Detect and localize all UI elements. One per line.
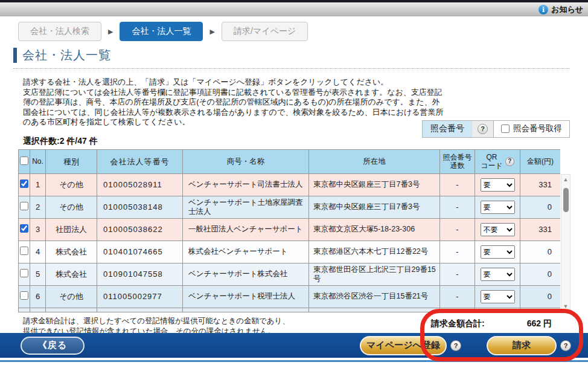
row-company-name: ベンチャーサポート税理士法人 [183, 285, 309, 308]
row-amount: 0 [520, 285, 561, 308]
row-address: 東京都世田谷区上北沢三丁目29番15号 [309, 263, 440, 285]
row-copies: - [440, 285, 475, 308]
row-company-name: ベンチャーサポート株式会社 [183, 263, 309, 285]
header-name: 商号・名称 [183, 149, 309, 173]
header-address: 所在地 [309, 149, 440, 173]
qr-code-select[interactable]: 要不要 [481, 223, 515, 236]
help-icon[interactable]: ? [560, 340, 571, 351]
top-strip: i お知らせ [0, 0, 588, 16]
help-icon[interactable]: ? [478, 124, 488, 134]
row-copies: - [440, 263, 475, 285]
row-no: 3 [30, 218, 46, 241]
inquiry-number-label: 照会番号 [423, 121, 472, 137]
row-type: 株式会社 [46, 241, 97, 263]
row-type: その他 [46, 173, 97, 196]
row-copies: - [440, 173, 475, 196]
row-address [309, 308, 440, 312]
title-accent-bar [13, 48, 17, 63]
chevron-right-icon: ▶ [209, 28, 214, 36]
register-mypage-button[interactable]: マイページへ登録 [360, 336, 447, 355]
inquiry-checkbox-label: 照会番号取得 [513, 123, 562, 134]
help-icon[interactable]: ? [505, 157, 514, 166]
breadcrumb-step-billing[interactable]: 請求/マイページ [222, 22, 308, 41]
header-no: No. [30, 149, 46, 173]
row-no: 4 [30, 241, 46, 263]
row-copies: - [440, 241, 475, 263]
footer-actions: マイページへ登録 ? 請求 ? [360, 333, 571, 358]
help-icon[interactable]: ? [450, 340, 461, 351]
row-company-name: ベンチャーサポート土地家屋調査士法人 [183, 196, 309, 218]
row-address: 東京都渋谷区渋谷一丁目15番21号 [309, 285, 440, 308]
scroll-up-icon[interactable]: ▲ [561, 175, 570, 184]
row-copies [440, 308, 475, 312]
notice-label: お知らせ [551, 4, 583, 15]
inquiry-help-wrap: ? [472, 121, 494, 137]
info-icon: i [538, 5, 548, 15]
row-amount [520, 308, 561, 312]
row-company-name: 一般社団法人ベンチャーサポート [183, 218, 309, 241]
company-table: No. 種別 会社法人等番号 商号・名称 所在地 照会番号 通数 QR コード [18, 149, 560, 312]
notice-link[interactable]: i お知らせ [538, 4, 583, 15]
inquiry-number-checkbox[interactable] [501, 124, 510, 133]
instructions-para1: 請求する会社・法人を選択の上、「請求」又は「マイページへ登録」ボタンをクリックし… [23, 77, 446, 88]
row-corporate-number [97, 308, 183, 312]
inquiry-number-group: 照会番号 ? 照会番号取得 [422, 120, 570, 138]
billing-total: 請求金額合計: 662 円 [431, 318, 552, 329]
breadcrumb-step-list[interactable]: 会社・法人一覧 [120, 22, 203, 41]
row-type: 株式会社 [46, 263, 97, 285]
selected-count: 選択件数:2 件/47 件 [23, 136, 98, 147]
table-header-row: No. 種別 会社法人等番号 商号・名称 所在地 照会番号 通数 QR コード [19, 149, 561, 173]
table-row: 4 株式会社 010401074665 株式会社ベンチャーサポート 東京都港区六… [19, 241, 561, 263]
qr-code-select[interactable]: 要不要 [481, 245, 515, 259]
row-address: 東京都中央区銀座三丁目7番3号 [309, 173, 440, 196]
row-type: その他 [46, 196, 97, 218]
qr-code-select[interactable]: 要不要 [481, 178, 515, 192]
row-no: 6 [30, 285, 46, 308]
row-no [30, 308, 46, 312]
table-row [19, 308, 561, 312]
chevron-right-icon: ▶ [108, 28, 113, 36]
title-row: 会社・法人一覧 [13, 47, 570, 69]
company-table-wrap: No. 種別 会社法人等番号 商号・名称 所在地 照会番号 通数 QR コード [18, 149, 570, 312]
row-type: 社団法人 [46, 218, 97, 241]
row-checkbox[interactable] [20, 179, 28, 188]
qr-code-select[interactable]: 要不要 [481, 290, 515, 303]
row-checkbox[interactable] [20, 224, 28, 233]
page-title: 会社・法人一覧 [22, 47, 111, 63]
breadcrumb-step-search[interactable]: 会社・法人検索 [18, 22, 101, 41]
select-all-checkbox[interactable] [20, 157, 28, 165]
scroll-down-icon[interactable]: ▼ [561, 302, 570, 311]
row-copies: - [440, 196, 475, 218]
row-corporate-number: 011005002977 [97, 285, 183, 308]
control-row: 選択件数:2 件/47 件 照会番号 ? 照会番号取得 [23, 129, 570, 148]
qr-code-select[interactable]: 要不要 [481, 268, 515, 281]
row-corporate-number: 010401074665 [97, 241, 183, 263]
row-amount: 0 [520, 196, 561, 218]
row-no: 5 [30, 263, 46, 285]
qr-code-select[interactable]: 要不要 [481, 201, 515, 214]
row-no: 1 [30, 173, 46, 196]
footer-bar: 《戻る マイページへ登録 ? 請求 ? [0, 333, 588, 358]
header-number: 会社法人等番号 [97, 149, 183, 173]
row-corporate-number: 010005028911 [97, 173, 183, 196]
row-company-name: ベンチャーサポート司法書士法人 [183, 173, 309, 196]
invoice-button[interactable]: 請求 [487, 336, 557, 355]
row-checkbox[interactable] [20, 202, 28, 210]
back-button[interactable]: 《戻る [21, 337, 85, 355]
row-checkbox[interactable] [20, 291, 28, 300]
breadcrumb: 会社・法人検索 ▶ 会社・法人一覧 ▶ 請求/マイページ [18, 22, 588, 41]
scrollbar-thumb[interactable] [563, 188, 569, 212]
footer-accent-line [0, 360, 588, 362]
row-checkbox[interactable] [20, 247, 28, 255]
table-scrollbar[interactable]: ▲ ▼ [561, 174, 570, 312]
row-no: 2 [30, 196, 46, 218]
row-copies: - [440, 218, 475, 241]
row-amount: 0 [520, 263, 561, 285]
inquiry-checkbox-area: 照会番号取得 [494, 121, 569, 137]
row-company-name [183, 308, 309, 312]
instructions-para2: 支店登記簿については会社法人等番号欄に登記事項証明書に記載されている管理番号が表… [23, 88, 446, 128]
billing-total-value: 662 円 [527, 318, 552, 329]
row-company-name: 株式会社ベンチャーサポート [183, 241, 309, 263]
row-address: 東京都中央区銀座三丁目7番3号 [309, 196, 440, 218]
row-checkbox[interactable] [20, 269, 28, 277]
